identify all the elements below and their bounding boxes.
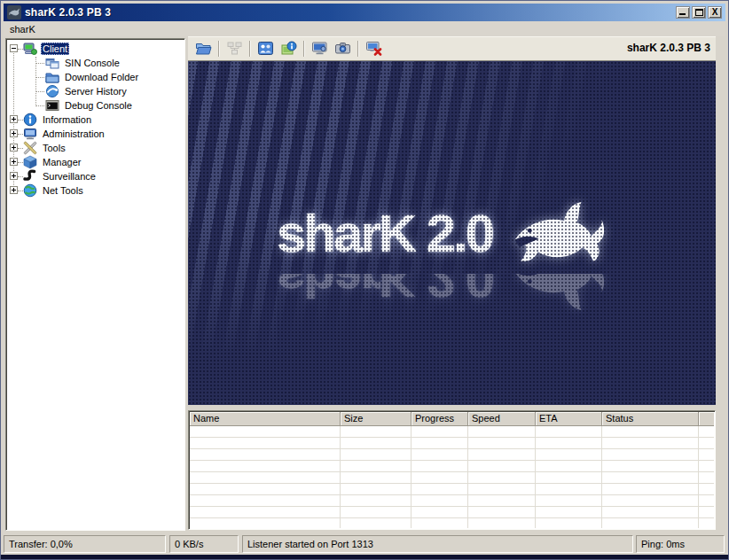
tree-item-debug-console[interactable]: Debug Console xyxy=(6,98,184,113)
debug-console-icon xyxy=(45,98,59,113)
menu-bar: sharK xyxy=(4,21,725,36)
toolbar-separator xyxy=(303,41,304,57)
shark-app-icon xyxy=(7,5,21,19)
table-gridline xyxy=(411,426,412,528)
tree-item-manager[interactable]: Manager xyxy=(6,155,184,169)
information-icon xyxy=(23,113,37,127)
logo-text: sharK 2.0 xyxy=(277,203,492,264)
sin-console-icon xyxy=(45,56,59,70)
tree-item-label: Net Tools xyxy=(41,184,85,197)
table-gridline xyxy=(698,426,699,528)
users-button[interactable] xyxy=(254,39,277,58)
transfer-table[interactable]: NameSizeProgressSpeedETAStatus xyxy=(188,410,716,530)
table-gridline xyxy=(340,426,341,528)
column-header-size[interactable]: Size xyxy=(341,412,412,426)
minimize-icon xyxy=(679,13,686,15)
tree-connector-stub xyxy=(18,120,23,121)
title-bar[interactable]: sharK 2.0.3 PB 3 X xyxy=(4,4,725,21)
remote-desktop-icon xyxy=(311,41,328,56)
server-builder-button xyxy=(223,39,246,58)
column-header-name[interactable]: Name xyxy=(190,412,341,426)
users-icon xyxy=(257,41,274,56)
toolbar: sharK 2.0.3 PB 3 xyxy=(188,36,716,60)
remote-desktop-button[interactable] xyxy=(308,39,331,58)
navigation-tree[interactable]: ClientSIN ConsoleDownload FolderServer H… xyxy=(5,38,185,531)
status-bar: Transfer: 0,0% 0 KB/s Listener started o… xyxy=(4,533,725,555)
tree-item-download-folder[interactable]: Download Folder xyxy=(6,70,184,84)
shark-logo-icon xyxy=(505,191,604,276)
app-window: sharK 2.0.3 PB 3 X sharK ClientSIN Conso… xyxy=(0,0,729,560)
collapse-icon[interactable] xyxy=(10,44,18,52)
tree-connector-stub xyxy=(18,148,23,149)
tree-item-sin-console[interactable]: SIN Console xyxy=(6,56,184,70)
table-gridline xyxy=(467,426,468,528)
tools-icon xyxy=(23,141,37,155)
expand-icon[interactable] xyxy=(10,129,18,137)
logo: sharK 2.0 xyxy=(277,191,604,276)
toolbar-separator xyxy=(218,41,219,57)
table-body xyxy=(190,426,714,528)
window-controls: X xyxy=(676,6,722,19)
table-header-row: NameSizeProgressSpeedETAStatus xyxy=(190,412,714,426)
disconnect-button[interactable] xyxy=(362,39,385,58)
tree-item-label: Manager xyxy=(41,156,82,168)
tree-item-administration[interactable]: Administration xyxy=(6,127,184,141)
open-folder-icon xyxy=(195,41,212,56)
tree-connector-stub xyxy=(35,77,44,78)
camera-icon xyxy=(334,41,351,56)
tree-item-surveillance[interactable]: Surveillance xyxy=(6,169,184,183)
webcam-button[interactable] xyxy=(331,39,354,58)
network-builder-icon xyxy=(226,41,243,56)
maximize-icon xyxy=(695,9,703,16)
maximize-button[interactable] xyxy=(692,6,706,19)
tree-item-label: Administration xyxy=(41,128,106,140)
download-folder-button[interactable] xyxy=(192,39,215,58)
client-icon xyxy=(23,42,37,56)
tree-item-label: Client xyxy=(41,43,69,55)
download-folder-icon xyxy=(45,70,59,84)
toolbar-separator xyxy=(357,41,358,57)
tree-item-tools[interactable]: Tools xyxy=(6,141,184,155)
surveillance-icon xyxy=(23,169,37,183)
column-header-eta[interactable]: ETA xyxy=(536,412,602,426)
expand-icon[interactable] xyxy=(10,144,18,152)
column-header-progress[interactable]: Progress xyxy=(412,412,468,426)
table-gridline xyxy=(601,426,602,528)
tree-item-information[interactable]: Information xyxy=(6,113,184,127)
status-message: Listener started on Port 1313 xyxy=(242,535,633,553)
net-tools-icon xyxy=(23,183,37,198)
menu-item-shark[interactable]: sharK xyxy=(4,23,42,35)
expand-icon[interactable] xyxy=(10,172,18,180)
logo-reflection: sharK 2.0 xyxy=(277,274,702,371)
window-bottom-edge xyxy=(1,555,728,559)
minimize-button[interactable] xyxy=(676,6,690,19)
tree-item-label: SIN Console xyxy=(63,57,122,69)
information-button[interactable] xyxy=(277,39,300,58)
status-transfer: Transfer: 0,0% xyxy=(4,535,166,553)
tree-item-net-tools[interactable]: Net Tools xyxy=(6,183,184,198)
tree-connector-stub xyxy=(35,105,44,106)
banner: sharK 2.0 sharK 2.0 xyxy=(188,60,716,405)
column-header-status[interactable]: Status xyxy=(602,412,699,426)
tree-connector-stub xyxy=(35,63,44,64)
main-panel: sharK 2.0.3 PB 3 sharK 2.0 sharK 2.0 Nam… xyxy=(188,36,716,531)
table-gridline xyxy=(535,426,536,528)
expand-icon[interactable] xyxy=(10,115,18,123)
tree-connector-stub xyxy=(18,162,23,163)
tree-connector-stub xyxy=(18,134,23,135)
column-header-speed[interactable]: Speed xyxy=(468,412,536,426)
tree-item-server-history[interactable]: Server History xyxy=(6,84,184,98)
tree-item-label: Surveillance xyxy=(41,170,98,183)
close-button[interactable]: X xyxy=(708,6,722,19)
expand-icon[interactable] xyxy=(10,186,18,194)
tree-connector-stub xyxy=(18,176,23,177)
disconnect-icon xyxy=(365,41,382,56)
close-icon: X xyxy=(709,7,721,18)
administration-icon xyxy=(23,127,37,141)
toolbar-separator xyxy=(249,41,250,57)
tree-item-label: Tools xyxy=(41,142,67,154)
window-title: sharK 2.0.3 PB 3 xyxy=(25,6,676,19)
expand-icon[interactable] xyxy=(10,158,18,166)
status-ping: Ping: 0ms xyxy=(636,535,725,553)
tree-item-client[interactable]: Client xyxy=(6,42,184,56)
